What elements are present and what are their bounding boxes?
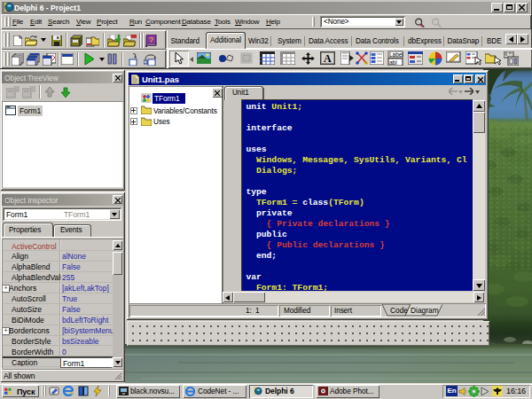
svg-text:Label: Label [389,51,403,58]
svg-text:?: ? [149,35,153,44]
svg-text:abl: abl [389,59,397,66]
svg-text:Code: Code [390,306,408,315]
svg-text:A: A [324,52,332,65]
svg-text:Diagram: Diagram [411,306,439,315]
